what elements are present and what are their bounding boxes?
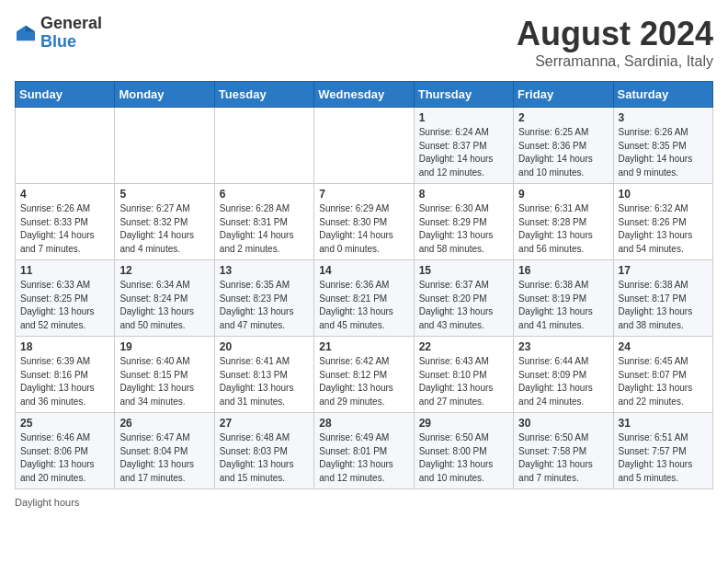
day-cell: 22Sunrise: 6:43 AM Sunset: 8:10 PM Dayli… — [414, 337, 513, 413]
day-info: Sunrise: 6:34 AM Sunset: 8:24 PM Dayligh… — [119, 279, 209, 332]
day-number: 20 — [220, 340, 309, 353]
day-cell: 27Sunrise: 6:48 AM Sunset: 8:03 PM Dayli… — [214, 413, 313, 489]
day-cell: 18Sunrise: 6:39 AM Sunset: 8:16 PM Dayli… — [16, 337, 115, 413]
day-info: Sunrise: 6:40 AM Sunset: 8:15 PM Dayligh… — [119, 355, 209, 408]
day-cell: 24Sunrise: 6:45 AM Sunset: 8:07 PM Dayli… — [613, 337, 712, 413]
day-number: 23 — [518, 340, 608, 353]
header-row: SundayMondayTuesdayWednesdayThursdayFrid… — [16, 82, 713, 108]
day-cell: 9Sunrise: 6:31 AM Sunset: 8:28 PM Daylig… — [514, 184, 613, 260]
day-info: Sunrise: 6:50 AM Sunset: 7:58 PM Dayligh… — [518, 431, 608, 485]
calendar-table: SundayMondayTuesdayWednesdayThursdayFrid… — [15, 81, 713, 489]
footer-label: Daylight hours — [15, 497, 79, 508]
column-header-saturday: Saturday — [613, 82, 712, 108]
day-cell: 10Sunrise: 6:32 AM Sunset: 8:26 PM Dayli… — [613, 184, 712, 260]
day-number: 2 — [518, 111, 608, 124]
day-number: 19 — [119, 340, 209, 353]
day-cell: 1Sunrise: 6:24 AM Sunset: 8:37 PM Daylig… — [414, 108, 513, 184]
day-number: 22 — [419, 340, 508, 353]
day-cell — [214, 108, 313, 184]
day-number: 16 — [518, 264, 608, 277]
day-cell — [115, 108, 214, 184]
day-number: 9 — [518, 188, 608, 201]
day-number: 21 — [319, 340, 408, 353]
week-row-4: 18Sunrise: 6:39 AM Sunset: 8:16 PM Dayli… — [16, 337, 713, 413]
week-row-2: 4Sunrise: 6:26 AM Sunset: 8:33 PM Daylig… — [16, 184, 713, 260]
day-cell: 7Sunrise: 6:29 AM Sunset: 8:30 PM Daylig… — [314, 184, 414, 260]
day-number: 7 — [319, 188, 408, 201]
day-info: Sunrise: 6:25 AM Sunset: 8:36 PM Dayligh… — [518, 126, 608, 179]
day-info: Sunrise: 6:38 AM Sunset: 8:17 PM Dayligh… — [619, 279, 708, 332]
day-info: Sunrise: 6:38 AM Sunset: 8:19 PM Dayligh… — [518, 279, 608, 332]
week-row-1: 1Sunrise: 6:24 AM Sunset: 8:37 PM Daylig… — [16, 108, 713, 184]
day-number: 14 — [319, 264, 408, 277]
day-info: Sunrise: 6:28 AM Sunset: 8:31 PM Dayligh… — [220, 202, 309, 256]
day-info: Sunrise: 6:42 AM Sunset: 8:12 PM Dayligh… — [319, 355, 408, 408]
day-number: 26 — [119, 417, 209, 430]
day-cell: 16Sunrise: 6:38 AM Sunset: 8:19 PM Dayli… — [514, 260, 613, 337]
day-info: Sunrise: 6:30 AM Sunset: 8:29 PM Dayligh… — [419, 202, 508, 256]
day-info: Sunrise: 6:43 AM Sunset: 8:10 PM Dayligh… — [419, 355, 508, 408]
day-number: 6 — [220, 188, 309, 201]
day-number: 12 — [119, 264, 209, 277]
day-cell: 5Sunrise: 6:27 AM Sunset: 8:32 PM Daylig… — [115, 184, 214, 260]
day-cell: 12Sunrise: 6:34 AM Sunset: 8:24 PM Dayli… — [115, 260, 214, 337]
day-cell: 3Sunrise: 6:26 AM Sunset: 8:35 PM Daylig… — [613, 108, 712, 184]
day-number: 18 — [20, 340, 109, 353]
day-info: Sunrise: 6:39 AM Sunset: 8:16 PM Dayligh… — [20, 355, 109, 408]
day-cell: 14Sunrise: 6:36 AM Sunset: 8:21 PM Dayli… — [314, 260, 414, 337]
column-header-monday: Monday — [115, 82, 214, 108]
day-info: Sunrise: 6:29 AM Sunset: 8:30 PM Dayligh… — [319, 202, 408, 256]
day-number: 31 — [619, 417, 708, 430]
day-info: Sunrise: 6:45 AM Sunset: 8:07 PM Dayligh… — [619, 355, 708, 408]
day-cell: 26Sunrise: 6:47 AM Sunset: 8:04 PM Dayli… — [115, 413, 214, 489]
day-number: 1 — [419, 111, 508, 124]
day-cell: 15Sunrise: 6:37 AM Sunset: 8:20 PM Dayli… — [414, 260, 513, 337]
day-info: Sunrise: 6:33 AM Sunset: 8:25 PM Dayligh… — [20, 279, 109, 332]
day-info: Sunrise: 6:47 AM Sunset: 8:04 PM Dayligh… — [119, 431, 209, 485]
day-info: Sunrise: 6:44 AM Sunset: 8:09 PM Dayligh… — [518, 355, 608, 408]
day-number: 5 — [119, 188, 209, 201]
day-info: Sunrise: 6:24 AM Sunset: 8:37 PM Dayligh… — [419, 126, 508, 179]
column-header-tuesday: Tuesday — [214, 82, 313, 108]
day-cell: 19Sunrise: 6:40 AM Sunset: 8:15 PM Dayli… — [115, 337, 214, 413]
day-number: 15 — [419, 264, 508, 277]
day-number: 30 — [518, 417, 608, 430]
day-number: 13 — [220, 264, 309, 277]
day-cell: 30Sunrise: 6:50 AM Sunset: 7:58 PM Dayli… — [514, 413, 613, 489]
day-number: 27 — [220, 417, 309, 430]
day-info: Sunrise: 6:26 AM Sunset: 8:33 PM Dayligh… — [20, 202, 109, 256]
day-cell: 13Sunrise: 6:35 AM Sunset: 8:23 PM Dayli… — [214, 260, 313, 337]
day-cell — [16, 108, 115, 184]
day-number: 29 — [419, 417, 508, 430]
logo: General Blue — [15, 15, 102, 52]
day-info: Sunrise: 6:37 AM Sunset: 8:20 PM Dayligh… — [419, 279, 508, 332]
footer: Daylight hours — [15, 497, 713, 508]
day-cell: 25Sunrise: 6:46 AM Sunset: 8:06 PM Dayli… — [16, 413, 115, 489]
day-number: 24 — [619, 340, 708, 353]
week-row-3: 11Sunrise: 6:33 AM Sunset: 8:25 PM Dayli… — [16, 260, 713, 337]
day-info: Sunrise: 6:31 AM Sunset: 8:28 PM Dayligh… — [518, 202, 608, 256]
day-number: 28 — [319, 417, 408, 430]
day-cell: 21Sunrise: 6:42 AM Sunset: 8:12 PM Dayli… — [314, 337, 414, 413]
day-cell: 28Sunrise: 6:49 AM Sunset: 8:01 PM Dayli… — [314, 413, 414, 489]
logo-icon — [15, 24, 37, 42]
day-info: Sunrise: 6:49 AM Sunset: 8:01 PM Dayligh… — [319, 431, 408, 485]
day-cell: 11Sunrise: 6:33 AM Sunset: 8:25 PM Dayli… — [16, 260, 115, 337]
page-header: General Blue August 2024 Serramanna, Sar… — [15, 15, 713, 70]
day-cell: 17Sunrise: 6:38 AM Sunset: 8:17 PM Dayli… — [613, 260, 712, 337]
day-cell: 8Sunrise: 6:30 AM Sunset: 8:29 PM Daylig… — [414, 184, 513, 260]
day-cell: 29Sunrise: 6:50 AM Sunset: 8:00 PM Dayli… — [414, 413, 513, 489]
day-info: Sunrise: 6:50 AM Sunset: 8:00 PM Dayligh… — [419, 431, 508, 485]
day-info: Sunrise: 6:26 AM Sunset: 8:35 PM Dayligh… — [619, 126, 708, 179]
day-info: Sunrise: 6:41 AM Sunset: 8:13 PM Dayligh… — [220, 355, 309, 408]
column-header-thursday: Thursday — [414, 82, 513, 108]
day-number: 25 — [20, 417, 109, 430]
day-number: 11 — [20, 264, 109, 277]
day-cell: 2Sunrise: 6:25 AM Sunset: 8:36 PM Daylig… — [514, 108, 613, 184]
day-cell: 31Sunrise: 6:51 AM Sunset: 7:57 PM Dayli… — [613, 413, 712, 489]
calendar-subtitle: Serramanna, Sardinia, Italy — [517, 53, 713, 70]
day-number: 3 — [619, 111, 708, 124]
svg-marker-1 — [26, 25, 35, 31]
day-cell — [314, 108, 414, 184]
day-number: 4 — [20, 188, 109, 201]
